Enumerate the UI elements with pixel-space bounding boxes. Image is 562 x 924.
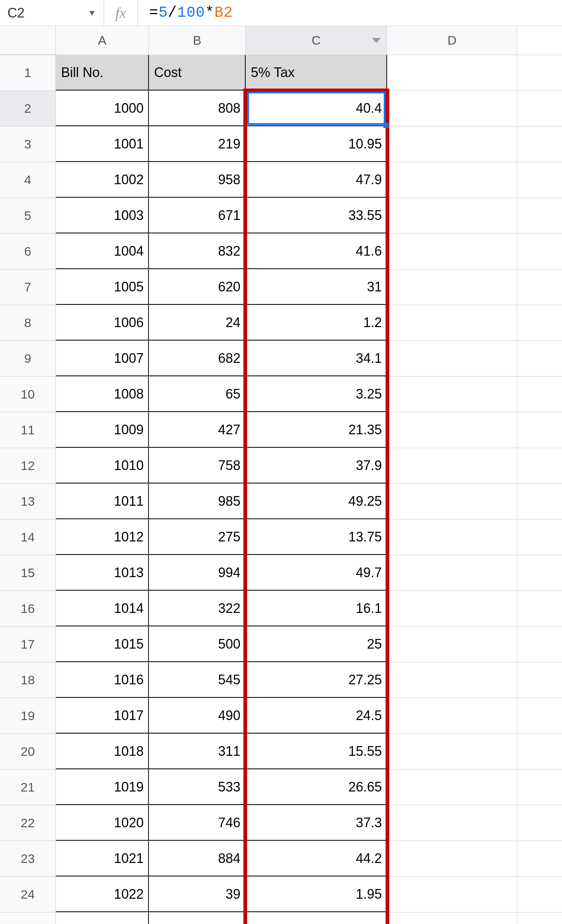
cell-B22[interactable]: 746	[149, 805, 246, 841]
cell-D20[interactable]	[387, 734, 517, 769]
cell-C13[interactable]: 49.25	[246, 484, 387, 519]
row-header[interactable]: 5	[0, 198, 56, 233]
cell-A18[interactable]: 1016	[56, 662, 149, 698]
cell-B11[interactable]: 427	[149, 412, 246, 448]
cell-A3[interactable]: 1001	[56, 126, 149, 162]
cell-A23[interactable]: 1021	[56, 841, 149, 876]
cell-B18[interactable]: 545	[149, 662, 246, 698]
row-header[interactable]: 4	[0, 162, 56, 198]
cell-A2[interactable]: 1000	[56, 91, 149, 126]
cell-B10[interactable]: 65	[149, 376, 246, 412]
row-header[interactable]: 22	[0, 805, 56, 841]
cell-A11[interactable]: 1009	[56, 412, 149, 448]
cell-C2[interactable]: 40.4	[246, 91, 387, 126]
row-header[interactable]: 17	[0, 627, 56, 662]
cell-D24[interactable]	[387, 877, 517, 912]
cell-B4[interactable]: 958	[149, 162, 246, 198]
cell-D9[interactable]	[387, 341, 517, 376]
col-header-B[interactable]: B	[149, 26, 246, 55]
chevron-down-icon[interactable]	[372, 38, 381, 43]
cell-D4[interactable]	[387, 162, 517, 198]
row-header[interactable]: 19	[0, 698, 56, 734]
formula-input[interactable]: =5/100*B2	[138, 4, 233, 21]
cell-C19[interactable]: 24.5	[246, 698, 387, 734]
cell-C25[interactable]: 25.55	[246, 912, 387, 924]
cell-B8[interactable]: 24	[149, 305, 246, 340]
row-header[interactable]: 13	[0, 484, 56, 519]
cell-C17[interactable]: 25	[246, 627, 387, 662]
cell-B17[interactable]: 500	[149, 627, 246, 662]
row-header[interactable]: 21	[0, 770, 56, 805]
cell-A17[interactable]: 1015	[56, 627, 149, 662]
row-header[interactable]: 12	[0, 448, 56, 483]
row-header[interactable]: 24	[0, 877, 56, 912]
cell-C7[interactable]: 31	[246, 269, 387, 305]
cell-A9[interactable]: 1007	[56, 341, 149, 376]
fx-icon[interactable]: fx	[116, 0, 138, 26]
cell-D18[interactable]	[387, 662, 517, 698]
row-header[interactable]: 11	[0, 412, 56, 448]
cell-A19[interactable]: 1017	[56, 698, 149, 734]
cell-B13[interactable]: 985	[149, 484, 246, 519]
row-header[interactable]: 1	[0, 55, 56, 90]
cell-D25[interactable]	[387, 912, 517, 924]
cell-C9[interactable]: 34.1	[246, 341, 387, 376]
cell-D8[interactable]	[387, 305, 517, 340]
cell-D12[interactable]	[387, 448, 517, 483]
row-header[interactable]: 6	[0, 234, 56, 269]
cell-B5[interactable]: 671	[149, 198, 246, 233]
cell-D10[interactable]	[387, 376, 517, 412]
cell-C15[interactable]: 49.7	[246, 555, 387, 591]
cell-C24[interactable]: 1.95	[246, 877, 387, 912]
cell-C21[interactable]: 26.65	[246, 770, 387, 805]
cell-C11[interactable]: 21.35	[246, 412, 387, 448]
cell-D17[interactable]	[387, 627, 517, 662]
row-header[interactable]: 3	[0, 126, 56, 162]
cell-D6[interactable]	[387, 234, 517, 269]
cell-B25[interactable]: 511	[149, 912, 246, 924]
row-header[interactable]: 10	[0, 376, 56, 412]
cell-C6[interactable]: 41.6	[246, 234, 387, 269]
row-header[interactable]: 8	[0, 305, 56, 340]
col-header-A[interactable]: A	[56, 26, 149, 55]
cell-C16[interactable]: 16.1	[246, 591, 387, 626]
col-header-D[interactable]: D	[387, 26, 517, 55]
row-header[interactable]: 9	[0, 341, 56, 376]
cell-B12[interactable]: 758	[149, 448, 246, 483]
name-box[interactable]: C2 ▼	[4, 0, 104, 26]
cell-B7[interactable]: 620	[149, 269, 246, 305]
row-header[interactable]: 16	[0, 591, 56, 626]
cell-D14[interactable]	[387, 519, 517, 555]
cell-D1[interactable]	[387, 55, 517, 90]
cell-A25[interactable]: 1023	[56, 912, 149, 924]
cell-B2[interactable]: 808	[149, 91, 246, 126]
cell-A12[interactable]: 1010	[56, 448, 149, 483]
cell-B6[interactable]: 832	[149, 234, 246, 269]
cell-A21[interactable]: 1019	[56, 770, 149, 805]
select-all-corner[interactable]	[0, 26, 56, 55]
cell-B20[interactable]: 311	[149, 734, 246, 769]
cell-B23[interactable]: 884	[149, 841, 246, 876]
cell-A8[interactable]: 1006	[56, 305, 149, 340]
cell-A1[interactable]: Bill No.	[56, 55, 149, 90]
cell-D15[interactable]	[387, 555, 517, 591]
cell-A7[interactable]: 1005	[56, 269, 149, 305]
cell-B9[interactable]: 682	[149, 341, 246, 376]
cell-D19[interactable]	[387, 698, 517, 734]
cell-D2[interactable]	[387, 91, 517, 126]
row-header[interactable]: 23	[0, 841, 56, 876]
cell-D23[interactable]	[387, 841, 517, 876]
cell-B21[interactable]: 533	[149, 770, 246, 805]
name-box-dropdown-icon[interactable]: ▼	[88, 8, 96, 18]
row-header[interactable]: 7	[0, 269, 56, 305]
cell-D21[interactable]	[387, 770, 517, 805]
cell-A22[interactable]: 1020	[56, 805, 149, 841]
row-header[interactable]: 20	[0, 734, 56, 769]
row-header[interactable]: 18	[0, 662, 56, 698]
row-header[interactable]: 15	[0, 555, 56, 591]
fill-handle[interactable]	[383, 123, 389, 128]
cell-A24[interactable]: 1022	[56, 877, 149, 912]
cell-D22[interactable]	[387, 805, 517, 841]
cell-C5[interactable]: 33.55	[246, 198, 387, 233]
row-header[interactable]: 2	[0, 91, 56, 126]
